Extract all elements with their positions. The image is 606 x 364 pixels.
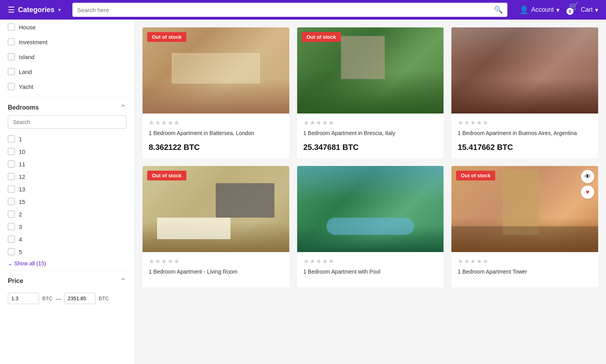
checkbox-house[interactable] [8, 23, 15, 31]
star-2-3: ★ [316, 119, 321, 126]
product-title-6: 1 Bedroom Apartment Tower [458, 268, 592, 276]
header-actions: 👤 Account ▾ 🛒 0 Cart ▾ [519, 2, 598, 18]
price-toggle-icon[interactable]: ⌃ [120, 277, 126, 285]
bedroom-item-13[interactable]: 13 [8, 183, 126, 195]
checkbox-bedroom-11[interactable] [8, 160, 15, 168]
view-button-6[interactable]: 👁 [581, 170, 594, 183]
price-max-unit: BTC [99, 296, 109, 301]
label-bedroom-2: 2 [19, 211, 22, 218]
star-rating-4: ★ ★ ★ ★ ★ [149, 258, 283, 265]
label-bedroom-13: 13 [19, 186, 25, 193]
checkbox-investment[interactable] [8, 38, 15, 45]
search-bar: 🔍 [72, 3, 507, 17]
checkbox-bedroom-2[interactable] [8, 211, 15, 218]
star-1-3: ★ [161, 119, 167, 126]
star-3-4: ★ [476, 119, 482, 126]
product-info-6: ★ ★ ★ ★ ★ 1 Bedroom Apartment Tower [451, 252, 598, 288]
heart-icon: ♥ [586, 189, 590, 196]
price-min-unit: BTC [42, 296, 52, 301]
show-all-link[interactable]: ⌄ Show all (15) [8, 260, 126, 267]
product-card-3[interactable]: ★ ★ ★ ★ ★ 1 Bedroom Apartment in Buenos … [451, 27, 598, 158]
bedrooms-toggle-icon[interactable]: ⌃ [120, 104, 126, 112]
bedroom-item-15[interactable]: 15 [8, 195, 126, 208]
product-info-2: ★ ★ ★ ★ ★ 1 Bedroom Apartment in Brescia… [297, 114, 444, 158]
sidebar: House Investment Island Land Yacht [0, 20, 135, 364]
bedroom-item-4[interactable]: 4 [8, 233, 126, 245]
star-1-1: ★ [149, 119, 154, 126]
star-6-4: ★ [476, 258, 482, 265]
bedrooms-search-input[interactable] [8, 115, 126, 129]
checkbox-bedroom-3[interactable] [8, 223, 15, 230]
checkbox-bedroom-5[interactable] [8, 248, 15, 255]
bedroom-item-5[interactable]: 5 [8, 245, 126, 258]
bedroom-item-12[interactable]: 12 [8, 170, 126, 183]
account-icon: 👤 [519, 5, 529, 14]
checkbox-island[interactable] [8, 53, 15, 60]
wishlist-button-6[interactable]: ♥ [581, 186, 594, 199]
star-6-1: ★ [458, 258, 463, 265]
product-actions-6: 👁 ♥ [581, 170, 594, 199]
price-section-header: Price ⌃ [8, 270, 126, 289]
sidebar-item-land[interactable]: Land [8, 64, 126, 79]
sidebar-item-island[interactable]: Island [8, 49, 126, 64]
label-house: House [19, 24, 36, 31]
cart-button[interactable]: 🛒 0 Cart ▾ [569, 2, 598, 18]
product-card-5[interactable]: ★ ★ ★ ★ ★ 1 Bedroom Apartment with Pool [297, 166, 444, 288]
star-3-2: ★ [464, 119, 469, 126]
bedroom-options-list: 1 10 11 12 13 15 [8, 133, 126, 258]
checkbox-bedroom-4[interactable] [8, 236, 15, 243]
bedrooms-section-header: Bedrooms ⌃ [8, 97, 126, 115]
checkbox-bedroom-12[interactable] [8, 173, 15, 180]
product-card-2[interactable]: Out of stock ★ ★ ★ ★ ★ 1 Bedroom Apartme… [297, 27, 444, 158]
checkbox-bedroom-13[interactable] [8, 186, 15, 193]
star-5-1: ★ [303, 258, 309, 265]
price-min-input[interactable] [8, 293, 39, 304]
product-image-wrapper-1: Out of stock [142, 27, 289, 114]
bedroom-item-3[interactable]: 3 [8, 220, 126, 233]
product-card-1[interactable]: Out of stock ★ ★ ★ ★ ★ 1 Bedroom Apartme… [142, 27, 289, 158]
product-card-4[interactable]: Out of stock ★ ★ ★ ★ ★ 1 Bedroom Apartme… [142, 166, 289, 288]
label-bedroom-11: 11 [19, 161, 25, 168]
checkbox-bedroom-1[interactable] [8, 135, 15, 142]
product-image-wrapper-5 [297, 166, 444, 252]
price-max-input[interactable] [64, 293, 96, 304]
product-card-6[interactable]: Out of stock 👁 ♥ ★ ★ ★ [451, 166, 598, 288]
sidebar-item-house[interactable]: House [8, 20, 126, 34]
bedroom-item-2[interactable]: 2 [8, 208, 126, 220]
checkbox-bedroom-10[interactable] [8, 148, 15, 155]
price-range-row: BTC — BTC [8, 293, 126, 304]
product-image-wrapper-2: Out of stock [297, 27, 444, 114]
label-bedroom-4: 4 [19, 236, 22, 243]
star-4-2: ★ [155, 258, 161, 265]
product-info-1: ★ ★ ★ ★ ★ 1 Bedroom Apartment in Batters… [142, 114, 289, 158]
star-rating-2: ★ ★ ★ ★ ★ [303, 119, 438, 126]
star-5-5: ★ [328, 258, 334, 265]
checkbox-yacht[interactable] [8, 83, 15, 90]
star-4-5: ★ [174, 258, 179, 265]
price-dash: — [56, 296, 61, 302]
categories-label: Categories [18, 6, 54, 14]
star-4-3: ★ [161, 258, 167, 265]
search-button[interactable]: 🔍 [494, 5, 503, 14]
categories-menu[interactable]: ☰ Categories ▾ [8, 5, 61, 14]
product-image-wrapper-4: Out of stock [142, 166, 289, 252]
star-rating-1: ★ ★ ★ ★ ★ [149, 119, 283, 126]
bedroom-item-11[interactable]: 11 [8, 158, 126, 170]
star-1-5: ★ [174, 119, 179, 126]
checkbox-bedroom-15[interactable] [8, 198, 15, 205]
categories-caret-icon: ▾ [58, 7, 61, 13]
label-yacht: Yacht [19, 83, 33, 90]
search-input[interactable] [77, 7, 494, 13]
account-button[interactable]: 👤 Account ▾ [519, 5, 559, 14]
out-of-stock-badge-2: Out of stock [302, 32, 341, 42]
checkbox-land[interactable] [8, 68, 15, 75]
category-list: House Investment Island Land Yacht [8, 20, 126, 94]
bedroom-item-1[interactable]: 1 [8, 133, 126, 145]
sidebar-item-yacht[interactable]: Yacht [8, 79, 126, 94]
sidebar-item-investment[interactable]: Investment [8, 34, 126, 49]
bedroom-item-10[interactable]: 10 [8, 145, 126, 158]
star-4-4: ★ [168, 258, 173, 265]
label-bedroom-3: 3 [19, 223, 22, 230]
star-5-2: ★ [310, 258, 315, 265]
out-of-stock-badge-4: Out of stock [147, 171, 186, 180]
